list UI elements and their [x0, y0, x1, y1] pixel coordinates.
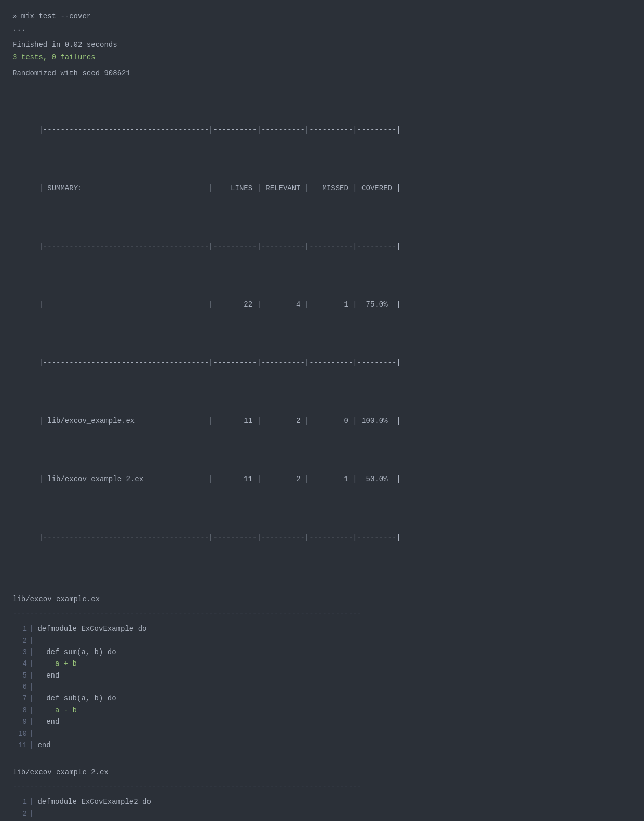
command-text: » mix test --cover	[12, 12, 91, 20]
table-total-row: | | 22 | 4 | 1 | 75.0% |	[12, 287, 632, 322]
line-number: 2	[12, 635, 27, 646]
line-number: 3	[12, 646, 27, 658]
line-pipe: |	[29, 623, 33, 634]
code-line: 5| end	[12, 670, 632, 681]
code-line: 1|defmodule ExCovExample2 do	[12, 796, 632, 807]
coverage-table: |--------------------------------------|…	[12, 89, 632, 578]
code-line: 2|	[12, 635, 632, 646]
line-pipe: |	[29, 635, 33, 646]
line-content: defmodule ExCovExample do	[37, 623, 146, 634]
table-sep-mid: |--------------------------------------|…	[12, 229, 632, 264]
line-pipe: |	[29, 728, 33, 739]
line-content: def sum(a, b) do	[37, 646, 116, 658]
line-content: end	[37, 716, 59, 727]
code-line: 11|end	[12, 739, 632, 751]
line-content: defmodule ExCovExample2 do	[37, 796, 151, 807]
dots-line: ...	[12, 23, 632, 34]
line-number: 1	[12, 623, 27, 634]
table-file2-row: | lib/excov_example_2.ex | 11 | 2 | 1 | …	[12, 461, 632, 496]
line-number: 6	[12, 681, 27, 693]
tests-result: 3 tests, 0 failures	[12, 51, 632, 63]
file2-code-block: 1|defmodule ExCovExample2 do 2| 3| def s…	[12, 796, 632, 821]
table-sep-top: |--------------------------------------|…	[12, 113, 632, 148]
file1-title: lib/excov_example.ex	[12, 593, 632, 605]
line-pipe: |	[29, 693, 33, 704]
line-pipe: |	[29, 705, 33, 716]
line-pipe: |	[29, 739, 33, 751]
line-number: 7	[12, 693, 27, 704]
line-pipe: |	[29, 681, 33, 693]
line-pipe: |	[29, 646, 33, 658]
code-line: 6|	[12, 681, 632, 693]
file2-divider: ----------------------------------------…	[12, 780, 632, 792]
line-pipe: |	[29, 716, 33, 727]
line-pipe: |	[29, 670, 33, 681]
code-line: 2|	[12, 808, 632, 819]
code-line: 1|defmodule ExCovExample do	[12, 623, 632, 634]
code-line: 3| def sum(a, b) do	[12, 646, 632, 658]
line-number: 2	[12, 808, 27, 819]
table-sep-bot: |--------------------------------------|…	[12, 520, 632, 554]
finished-line: Finished in 0.02 seconds	[12, 39, 632, 50]
line-number: 4	[12, 658, 27, 669]
table-file1-row: | lib/excov_example.ex | 11 | 2 | 0 | 10…	[12, 404, 632, 439]
line-content: end	[37, 670, 59, 681]
line-number: 11	[12, 739, 27, 751]
table-header-row: | SUMMARY: | LINES | RELEVANT | MISSED |…	[12, 171, 632, 206]
terminal: » mix test --cover ... Finished in 0.02 …	[12, 10, 632, 821]
line-content: a - b	[37, 705, 77, 716]
file2-title: lib/excov_example_2.ex	[12, 766, 632, 778]
code-line: 10|	[12, 728, 632, 739]
file1-code-block: 1|defmodule ExCovExample do 2| 3| def su…	[12, 623, 632, 751]
table-sep-mid2: |--------------------------------------|…	[12, 346, 632, 380]
line-number: 8	[12, 705, 27, 716]
line-number: 5	[12, 670, 27, 681]
randomized-line: Randomized with seed 908621	[12, 68, 632, 79]
line-content: a + b	[37, 658, 77, 669]
code-line: 8| a - b	[12, 705, 632, 716]
line-number: 10	[12, 728, 27, 739]
file1-divider: ----------------------------------------…	[12, 607, 632, 619]
line-pipe: |	[29, 658, 33, 669]
command-line: » mix test --cover	[12, 10, 632, 22]
code-line: 7| def sub(a, b) do	[12, 693, 632, 704]
line-pipe: |	[29, 796, 33, 807]
line-pipe: |	[29, 808, 33, 819]
line-number: 9	[12, 716, 27, 727]
line-content: end	[37, 739, 50, 751]
line-content: def sub(a, b) do	[37, 693, 116, 704]
code-line: 9| end	[12, 716, 632, 727]
line-number: 1	[12, 796, 27, 807]
code-line: 4| a + b	[12, 658, 632, 669]
